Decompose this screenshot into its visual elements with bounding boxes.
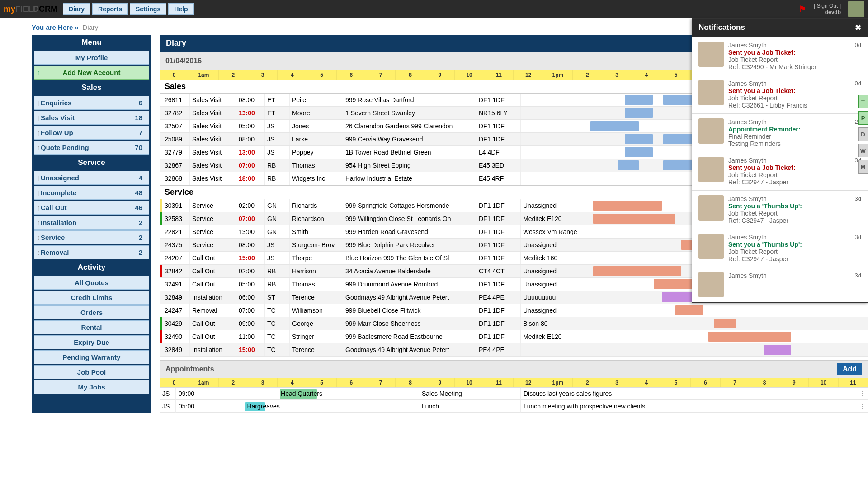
avatar xyxy=(698,42,724,67)
row-menu-icon[interactable]: ⋮ xyxy=(856,388,868,400)
top-nav: DiaryReportsSettingsHelp xyxy=(63,3,194,15)
appointment-row[interactable]: JS05:00HargreavesLunchLunch meeting with… xyxy=(160,400,868,413)
logo: myFIELDCRM xyxy=(4,5,57,14)
sales-header: Sales xyxy=(32,80,151,95)
activity-item[interactable]: All Quotes xyxy=(34,276,149,290)
activity-header: Activity xyxy=(32,260,151,275)
activity-item[interactable]: Expiry Due xyxy=(34,335,149,349)
notification-item[interactable]: James SmythSent you a Job Ticket:Job Tic… xyxy=(692,37,868,75)
notifications-title: Notifications xyxy=(698,23,745,33)
sales-item[interactable]: ⋮Quote Pending70 xyxy=(34,141,149,155)
activity-item[interactable]: Credit Limits xyxy=(34,291,149,305)
sidebar: Menu My Profile ⋮Add New Account Sales ⋮… xyxy=(32,35,151,413)
service-item[interactable]: ⋮Service2 xyxy=(34,230,149,244)
side-tab-D[interactable]: D xyxy=(858,127,868,141)
topbar: myFIELDCRM DiaryReportsSettingsHelp ⚑ [ … xyxy=(0,0,868,18)
side-tab-T[interactable]: T xyxy=(858,95,868,108)
service-item[interactable]: ⋮Incomplete48 xyxy=(34,186,149,200)
avatar xyxy=(698,157,724,182)
table-row[interactable]: 24247Removal07:00TCWilliamson999 Bluebel… xyxy=(160,304,868,317)
sales-item[interactable]: ⋮Follow Up7 xyxy=(34,126,149,140)
table-row[interactable]: 30429Call Out09:00TCGeorge999 Marr Close… xyxy=(160,317,868,330)
service-item[interactable]: ⋮Removal2 xyxy=(34,245,149,259)
notification-item[interactable]: James SmythSent you a 'Thumbs Up':Job Ti… xyxy=(692,229,868,267)
notification-item[interactable]: James Smyth3d xyxy=(692,267,868,302)
activity-item[interactable]: Orders xyxy=(34,305,149,319)
avatar xyxy=(698,272,724,297)
add-account-button[interactable]: ⋮Add New Account xyxy=(34,66,149,80)
appointments-header: Appointments Add xyxy=(160,360,868,378)
notification-item[interactable]: James SmythAppointment Reminder:Final Re… xyxy=(692,114,868,152)
signout-link[interactable]: [ Sign Out ] xyxy=(814,3,841,9)
user-name: devdb xyxy=(814,9,841,15)
flag-icon[interactable]: ⚑ xyxy=(798,4,807,14)
notifications-panel: Notifications✖ James SmythSent you a Job… xyxy=(692,18,868,303)
avatar xyxy=(698,80,724,105)
avatar xyxy=(698,118,724,144)
service-item[interactable]: ⋮Call Out46 xyxy=(34,201,149,215)
side-tab-W[interactable]: W xyxy=(858,144,868,157)
service-item[interactable]: ⋮Installation2 xyxy=(34,216,149,230)
date-label[interactable]: 01/04/2016 xyxy=(165,57,202,65)
nav-reports[interactable]: Reports xyxy=(92,3,128,15)
avatar xyxy=(698,234,724,259)
nav-settings[interactable]: Settings xyxy=(130,3,166,15)
side-tabs: TPDWM xyxy=(858,95,868,174)
activity-item[interactable]: Rental xyxy=(34,320,149,334)
add-button[interactable]: Add xyxy=(837,363,862,375)
avatar[interactable] xyxy=(848,1,864,17)
nav-diary[interactable]: Diary xyxy=(63,3,90,15)
activity-item[interactable]: Job Pool xyxy=(34,365,149,379)
side-tab-P[interactable]: P xyxy=(858,111,868,125)
side-tab-M[interactable]: M xyxy=(858,160,868,174)
nav-help[interactable]: Help xyxy=(168,3,193,15)
row-menu-icon[interactable]: ⋮ xyxy=(856,400,868,413)
appointment-row[interactable]: JS09:00Head QuartersSales MeetingDiscuss… xyxy=(160,387,868,400)
activity-item[interactable]: My Jobs xyxy=(34,380,149,394)
sales-item[interactable]: ⋮Enquiries6 xyxy=(34,96,149,110)
notification-item[interactable]: James SmythSent you a Job Ticket:Job Tic… xyxy=(692,75,868,114)
my-profile-button[interactable]: My Profile xyxy=(34,51,149,65)
activity-item[interactable]: Pending Warranty xyxy=(34,350,149,364)
table-row[interactable]: 32849Installation15:00TCTerenceGoodmays … xyxy=(160,343,868,357)
menu-header: Menu xyxy=(32,35,151,50)
sales-item[interactable]: ⋮Sales Visit18 xyxy=(34,111,149,125)
timeline-appointments: 01am234567891011121pm234567891011 xyxy=(160,378,868,387)
service-header: Service xyxy=(32,155,151,170)
close-icon[interactable]: ✖ xyxy=(855,23,861,33)
notification-item[interactable]: James SmythSent you a 'Thumbs Up':Job Ti… xyxy=(692,191,868,229)
notification-item[interactable]: James SmythSent you a Job Ticket:Job Tic… xyxy=(692,152,868,191)
avatar xyxy=(698,195,724,221)
table-row[interactable]: 32490Call Out11:00TCStringer999 Badlesme… xyxy=(160,330,868,343)
service-item[interactable]: ⋮Unassigned4 xyxy=(34,171,149,185)
